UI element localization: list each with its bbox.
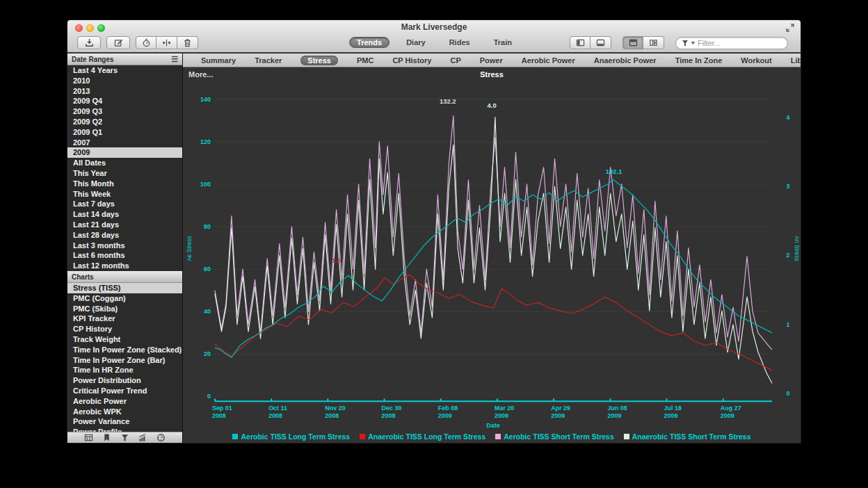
tab-power[interactable]: Power (480, 56, 503, 65)
tab-cp[interactable]: CP (450, 56, 460, 65)
chart-pmc-coggan-[interactable]: PMC (Coggan) (67, 293, 182, 304)
daterange-last-7-days[interactable]: Last 7 days (67, 199, 182, 209)
chart-time-in-hr-zone[interactable]: Time In HR Zone (67, 365, 182, 375)
filter-funnel-icon (682, 40, 689, 47)
daterange-2009-q3[interactable]: 2009 Q3 (67, 106, 182, 117)
view-train[interactable]: Train (487, 38, 519, 47)
gauge-icon[interactable] (156, 433, 166, 442)
daterange-last-28-days[interactable]: Last 28 days (67, 230, 182, 241)
daterange-2009[interactable]: 2009 (67, 147, 182, 158)
toggle-sidebar-button[interactable] (570, 36, 590, 49)
layout-single-button[interactable] (622, 36, 643, 49)
right-axis-tick: 2 (787, 252, 790, 259)
compose-icon (114, 38, 123, 47)
tab-workout[interactable]: Workout (741, 56, 771, 65)
date-ranges-header: Date Ranges ☰ (67, 54, 182, 65)
sidebar-left-icon (576, 38, 585, 47)
tab-time-in-zone[interactable]: Time In Zone (675, 56, 723, 65)
daterange-last-14-days[interactable]: Last 14 days (67, 209, 182, 220)
view-diary[interactable]: Diary (399, 38, 433, 47)
left-axis-tick: 0 (207, 393, 211, 400)
daterange-last-6-months[interactable]: Last 6 months (67, 250, 182, 261)
chart-aerobic-wpk[interactable]: Aerobic WPK (67, 407, 182, 417)
filter-icon[interactable] (120, 433, 129, 442)
sidebar-bottom-toolbar (67, 432, 182, 443)
date-ranges-menu-icon[interactable]: ☰ (171, 55, 178, 64)
daterange-2007[interactable]: 2007 (67, 138, 182, 148)
legend-item-anaerobic-tiss-short-term-stress: Anaerobic TISS Short Term Stress (624, 432, 751, 441)
chart-kpi-tracker[interactable]: KPI Tracker (67, 314, 182, 324)
interval-button[interactable] (136, 36, 156, 49)
daterange-all-dates[interactable]: All Dates (67, 158, 182, 168)
zoom-window-button[interactable] (97, 24, 105, 32)
daterange-this-month[interactable]: This Month (67, 179, 182, 189)
daterange-this-year[interactable]: This Year (67, 168, 182, 179)
chart-track-weight[interactable]: Track Weight (67, 334, 182, 345)
tab-library[interactable]: Library (791, 56, 801, 65)
download-button[interactable] (77, 36, 101, 49)
tab-summary[interactable]: Summary (201, 56, 236, 65)
daterange-2010[interactable]: 2010 (67, 76, 182, 86)
filter-field[interactable] (675, 37, 788, 49)
titlebar[interactable]: Mark Liversedge (67, 20, 801, 35)
view-rides[interactable]: Rides (442, 38, 477, 47)
annotation-132-2: 132.2 (440, 97, 456, 105)
chart-time-in-power-zone-bar-[interactable]: Time In Power Zone (Bar) (67, 355, 182, 366)
summary-view-icon[interactable] (84, 433, 93, 442)
delete-button[interactable] (177, 36, 198, 49)
edit-button[interactable] (106, 36, 130, 49)
tab-tracker[interactable]: Tracker (255, 56, 282, 65)
chart-power-distribution[interactable]: Power Distribution (67, 375, 182, 386)
sidebar: Date Ranges ☰ Last 4 Years201020132009 Q… (67, 54, 183, 443)
tab-anaerobic-power[interactable]: Anaerobic Power (594, 56, 657, 65)
chart-cp-history[interactable]: CP History (67, 324, 182, 334)
x-axis-tick-label: Jun 082009 (607, 405, 627, 419)
chart-stress-tiss-[interactable]: Stress (TISS) (67, 283, 182, 293)
tab-stress[interactable]: Stress (300, 56, 338, 65)
window-header: Mark Liversedge (67, 20, 801, 53)
daterange-2009-q4[interactable]: 2009 Q4 (67, 96, 182, 106)
daterange-2009-q1[interactable]: 2009 Q1 (67, 127, 182, 138)
filter-input[interactable] (698, 39, 774, 47)
legend-item-aerobic-tiss-long-term-stress: Aerobic TISS Long Term Stress (232, 432, 350, 441)
layout-tiled-icon (649, 38, 658, 47)
minimize-window-button[interactable] (86, 24, 94, 32)
chart-aerobic-power[interactable]: Aerobic Power (67, 396, 182, 407)
right-axis-tick: 3 (787, 183, 790, 190)
daterange-last-4-years[interactable]: Last 4 Years (67, 65, 182, 76)
chart-critical-power-trend[interactable]: Critical Power Trend (67, 386, 182, 396)
right-axis-tick: 1 (787, 321, 790, 328)
close-window-button[interactable] (75, 24, 83, 32)
daterange-last-12-months[interactable]: Last 12 months (67, 261, 182, 271)
legend-swatch (232, 434, 238, 439)
legend-item-anaerobic-tiss-long-term-stress: Anaerobic TISS Long Term Stress (360, 432, 485, 441)
toggle-bottombar-button[interactable] (590, 36, 611, 49)
view-trends[interactable]: Trends (349, 37, 389, 48)
legend-label: Aerobic TISS Long Term Stress (241, 432, 350, 441)
main-panel: SummaryTrackerStressPMCCP HistoryCPPower… (183, 54, 801, 443)
layout-tiled-button[interactable] (643, 36, 664, 49)
layout-single-icon (629, 38, 638, 47)
split-button[interactable] (156, 36, 177, 49)
daterange-2013[interactable]: 2013 (67, 86, 182, 97)
bookmark-icon[interactable] (102, 433, 111, 442)
tab-aerobic-power[interactable]: Aerobic Power (522, 56, 575, 65)
tab-cp-history[interactable]: CP History (392, 56, 431, 65)
chart-bars-icon[interactable] (138, 433, 147, 442)
daterange-2009-q2[interactable]: 2009 Q2 (67, 117, 182, 127)
chart-time-in-power-zone-stacked-[interactable]: Time In Power Zone (Stacked) (67, 345, 182, 355)
charts-header: Charts (67, 271, 182, 283)
x-axis-tick-label: Aug 272009 (721, 405, 741, 419)
fullscreen-icon[interactable] (785, 23, 795, 33)
x-axis-tick-label: Oct 112008 (268, 405, 287, 419)
left-axis-tick: 60 (204, 266, 211, 273)
chart-pmc-skiba-[interactable]: PMC (Skiba) (67, 304, 182, 314)
legend-label: Aerobic TISS Short Term Stress (504, 432, 614, 441)
charts-header-label: Charts (72, 273, 94, 281)
chart-power-variance[interactable]: Power Variance (67, 416, 182, 427)
daterange-last-3-months[interactable]: Last 3 months (67, 241, 182, 251)
daterange-this-week[interactable]: This Week (67, 189, 182, 200)
window-title: Mark Liversedge (67, 20, 801, 34)
tab-pmc[interactable]: PMC (357, 56, 373, 65)
daterange-last-21-days[interactable]: Last 21 days (67, 220, 182, 230)
